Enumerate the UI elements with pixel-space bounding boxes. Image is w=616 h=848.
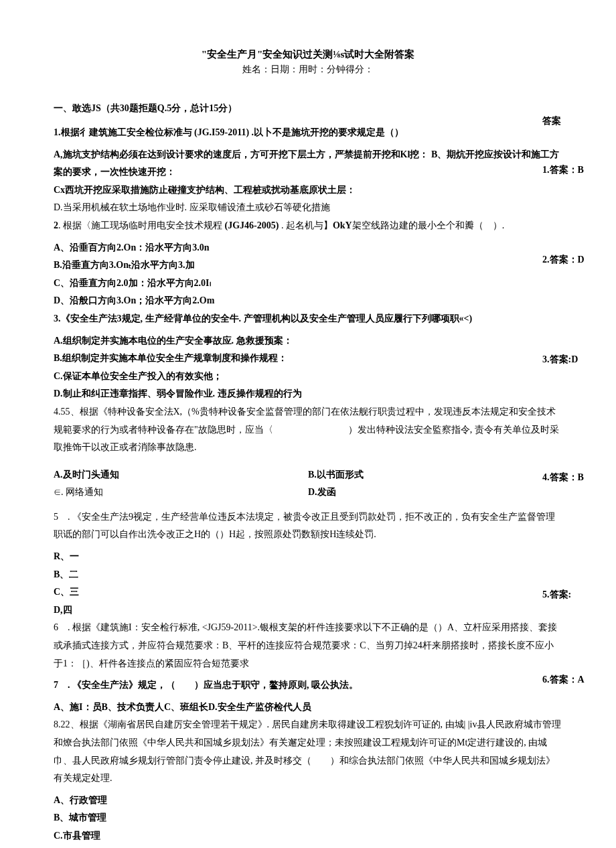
- q3-opt-b: B.组织制定并实施本单位安全生产规章制度和操作规程：: [54, 350, 562, 368]
- doc-title: "安全生产月"安全知识过关测⅛s试时大全附答案: [54, 48, 562, 61]
- q4-opt-c: ∈. 网络通知: [54, 484, 308, 502]
- q3-opt-d: D.制止和纠正违章指挥、弱令冒险作业. 违反操作规程的行为: [54, 385, 562, 403]
- q1-line1: A,施坑支护结构必须在达到设计要求的速度后，方可开挖下层土方，严禁提前开挖和Kl…: [54, 146, 562, 182]
- q1-opt-a: A,施坑支护结构必须在达到设计要求的速度后，方可开挖下层土方，严禁提前开挖和Kl…: [54, 149, 429, 159]
- q8-opt-d: D、乡镇管理: [54, 845, 562, 848]
- q4-opts-row1: A.及时门头通知 B.以书面形式: [54, 466, 562, 484]
- q5-stem: 5 . 《安全生产法9视定，生产经营单位违反本法境定，被贵令改正且受到罚款处罚，…: [54, 508, 562, 544]
- q1-line3: D.当采用机械在软土场地作业时. 应采取铺设渣土或砂石等硬化措施: [54, 199, 562, 217]
- q2-opt-a: A、沿垂百方向2.On：沿水平方向3.0n: [54, 239, 562, 257]
- q7-stem: 7 . 《安全生产法》规定，（ ）应当忠于职守，鳌持原则, 吸公执法。: [54, 677, 562, 695]
- q4-stem: 4.55、根据《特种设备安全法X,（%贵特种设备安全监督管理的部门在依法舰行职贵…: [54, 403, 562, 457]
- q4-opt-a: A.及时门头通知: [54, 466, 308, 484]
- q8-opt-c: C.市县管理: [54, 827, 562, 845]
- q3-stem: 3.《安全生产法3规定, 生产经背单位的安全牛. 产管理机构以及安全生产管理人员…: [54, 310, 562, 328]
- q2-opt-c: C、沿垂直方向2.0加：沿水平方向2.0Iₗ: [54, 275, 562, 293]
- q1-stem: 1.根据彳建筑施工安全检位标准与 (JG.I59-2011) .以卜不是施坑开挖…: [54, 124, 562, 142]
- q2-opt-d: D、沿般口方向3.On；沿水平方向2.Om: [54, 292, 562, 310]
- answer-6: 6.答案：A: [542, 671, 603, 689]
- q7-opts: A、施I：员B、技术负责人C、班组长D.安全生产监侪检代人员: [54, 699, 562, 717]
- q1-opt-c: Cx西坑开挖应采取措施防止碰撞支护结构、工程桩或扰动基底原状土层：: [54, 185, 356, 195]
- answers-label: 答案: [542, 113, 603, 131]
- q1-opt-d: D.当采用机械在软土场地作业时. 应采取铺设渣土或砂石等硬化措施: [54, 202, 330, 212]
- q4-opt-d: D.发函: [308, 484, 562, 502]
- q3-opt-a: A.组织制定并实施本电位的生产安全事故应. 急救援预案：: [54, 332, 562, 350]
- q5-opt-d: D,四: [54, 602, 562, 620]
- q8-opt-a: A、行政管理: [54, 792, 562, 810]
- q5-opt-c: C、三: [54, 583, 562, 602]
- q1-line2: Cx西坑开挖应采取措施防止碰撞支护结构、工程桩或扰动基底原状土层：: [54, 182, 562, 200]
- q4-opt-b: B.以书面形式: [308, 466, 562, 484]
- answer-5: 5.答案:: [542, 586, 603, 604]
- q3-opt-c: C.保证本单位安全生产投入的有效实他；: [54, 368, 562, 386]
- q5-opt-a: R、一: [54, 548, 562, 566]
- q8-opt-b: B、城市管理: [54, 809, 562, 827]
- doc-subtitle: 姓名：日期：用时：分钟得分：: [54, 64, 562, 76]
- answer-2: 2.答案：D: [542, 251, 603, 269]
- q2-stem: 2. 根据〈施工现场临时用电安全技术规程 (JGJ46-2005) . 起名机与…: [54, 217, 562, 235]
- q8-stem: 8.22、根据《湖南省居民自建厉安全管理若干规定》. 居民自建房未取得建设工程猊…: [54, 716, 562, 787]
- answer-3: 3.答案:D: [542, 351, 603, 369]
- answer-4: 4.答案：B: [542, 469, 603, 487]
- q5-opt-b: B、二: [54, 566, 562, 584]
- section-heading: 一、敢选JS（共30题拒题Q.5分，总计15分）: [54, 102, 562, 115]
- q6-stem: 6 . 根据《建筑施I：安全检行标准, <JGJ59-2011>.银根支架的杆件…: [54, 619, 562, 673]
- q4-opts-row2: ∈. 网络通知 D.发函: [54, 484, 562, 502]
- answer-1: 1.答案：B: [542, 161, 603, 180]
- q2-opt-b: B.沿垂直方向3.Onₜ沿水平方向3.加: [54, 257, 562, 275]
- answers-column: 答案 1.答案：B 2.答案：D 3.答案:D 4.答案：B 5.答案: 6.答…: [542, 113, 603, 689]
